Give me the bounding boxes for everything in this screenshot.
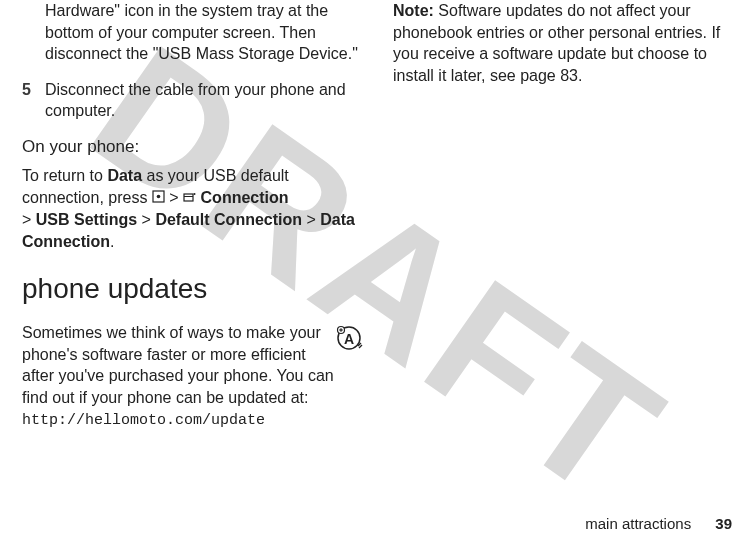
svg-rect-2 (184, 194, 193, 201)
note-label: Note: (393, 2, 434, 19)
default-connection-label: Default Connection (155, 211, 302, 228)
text-fragment: > (137, 211, 155, 228)
settings-icon (183, 187, 196, 209)
text-fragment: . (110, 233, 114, 250)
center-key-icon (152, 187, 165, 209)
update-icon: A (335, 324, 363, 358)
page-content: Hardware" icon in the system tray at the… (0, 0, 756, 442)
step-5-number: 5 (22, 79, 45, 122)
text-fragment: > (302, 211, 320, 228)
updates-text: Sometimes we think of ways to make your … (22, 324, 334, 406)
phone-updates-heading: phone updates (22, 270, 363, 308)
left-column: Hardware" icon in the system tray at the… (22, 0, 363, 442)
step-4-partial: Hardware" icon in the system tray at the… (22, 0, 363, 65)
return-to-data-instructions: To return to Data as your USB default co… (22, 165, 363, 252)
text-fragment: > (22, 211, 36, 228)
page-footer: main attractions 39 (585, 515, 732, 532)
svg-point-4 (194, 193, 196, 195)
usb-settings-label: USB Settings (36, 211, 137, 228)
text-fragment: > (165, 189, 183, 206)
update-url: http://hellomoto.com/update (22, 412, 265, 429)
step-5-text: Disconnect the cable from your phone and… (45, 79, 363, 122)
step-5: 5 Disconnect the cable from your phone a… (22, 79, 363, 122)
svg-text:A: A (344, 331, 354, 347)
svg-point-1 (157, 195, 161, 199)
updates-paragraph: A Sometimes we think of ways to make you… (22, 322, 363, 432)
note-paragraph: Note: Software updates do not affect you… (393, 0, 734, 86)
right-column: Note: Software updates do not affect you… (393, 0, 734, 442)
footer-section: main attractions (585, 515, 691, 532)
step-4-text: Hardware" icon in the system tray at the… (45, 0, 363, 65)
footer-page-number: 39 (715, 515, 732, 532)
text-fragment: To return to (22, 167, 107, 184)
connection-label: Connection (201, 189, 289, 206)
note-text: Software updates do not affect your phon… (393, 2, 720, 84)
on-your-phone-heading: On your phone: (22, 136, 363, 159)
data-label: Data (107, 167, 142, 184)
step-number-placeholder (22, 0, 45, 65)
